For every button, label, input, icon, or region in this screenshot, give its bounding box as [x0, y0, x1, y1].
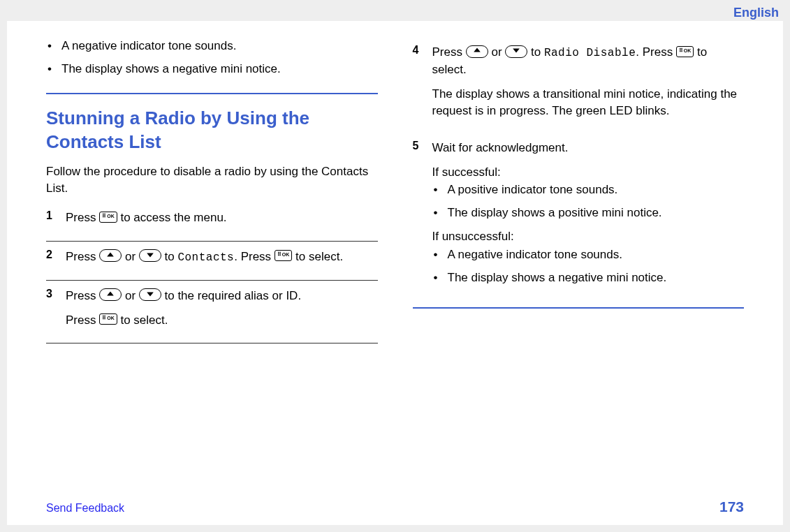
ok-button-icon: OK — [676, 46, 694, 57]
language-header: English — [733, 6, 779, 20]
step-divider — [46, 241, 378, 242]
up-arrow-icon — [466, 45, 488, 58]
section-heading: Stunning a Radio by Using the Contacts L… — [46, 107, 378, 154]
step-body: Wait for acknowledgment. If successful: … — [432, 140, 745, 293]
step-divider — [46, 343, 378, 343]
ok-button-icon: OK — [99, 212, 117, 223]
ok-button-icon: OK — [99, 313, 117, 325]
text: to — [531, 45, 544, 59]
step-2: 2 Press or to Contacts. Press OK to sele… — [46, 249, 378, 273]
list-item: The display shows a negative mini notice… — [61, 61, 378, 77]
section-divider — [413, 307, 745, 309]
menu-name: Contacts — [177, 251, 234, 264]
left-column: A negative indicator tone sounds. The di… — [46, 38, 378, 511]
text: or — [125, 250, 139, 263]
text: Wait for acknowledgment. — [432, 140, 745, 157]
step-1: 1 Press OK to access the menu. — [46, 209, 378, 234]
step-body: Press or to Radio Disable. Press OK to s… — [432, 44, 745, 127]
step-3: 3 Press or to the required alias or ID. … — [46, 288, 378, 336]
top-bullets: A negative indicator tone sounds. The di… — [46, 38, 378, 77]
step-number: 3 — [46, 288, 66, 336]
up-arrow-icon — [99, 249, 122, 262]
right-column: 4 Press or to Radio Disable. Press OK to… — [413, 38, 745, 511]
text: Press — [66, 313, 99, 327]
text: Press — [66, 250, 99, 263]
step-body: Press OK to access the menu. — [66, 209, 378, 234]
section-divider — [46, 93, 378, 94]
text: Press — [432, 45, 466, 59]
text: to the required alias or ID. — [165, 289, 302, 302]
text: Press — [66, 211, 99, 224]
svg-marker-5 — [513, 49, 520, 53]
text: or — [491, 45, 505, 59]
step-number: 4 — [413, 44, 432, 127]
send-feedback-link[interactable]: Send Feedback — [46, 502, 124, 515]
text: If unsuccessful: — [432, 228, 745, 246]
step-number: 5 — [413, 140, 432, 293]
text: If successful: — [432, 164, 745, 182]
step-4: 4 Press or to Radio Disable. Press OK to… — [413, 44, 745, 127]
svg-marker-1 — [147, 253, 154, 257]
unsuccess-bullets: A negative indicator tone sounds. The di… — [432, 247, 745, 286]
text: . Press — [636, 45, 676, 59]
down-arrow-icon — [505, 45, 527, 58]
step-number: 1 — [46, 209, 66, 234]
svg-marker-3 — [147, 293, 154, 297]
step-body: Press or to the required alias or ID. Pr… — [66, 288, 378, 336]
intro-text: Follow the procedure to disable a radio … — [46, 163, 378, 197]
menu-name: Radio Disable — [544, 47, 636, 59]
text: to select. — [120, 313, 168, 327]
text: or — [125, 289, 139, 302]
svg-marker-4 — [474, 47, 481, 52]
list-item: The display shows a negative mini notice… — [448, 270, 745, 286]
list-item: A positive indicator tone sounds. — [448, 182, 745, 198]
page-footer: Send Feedback 173 — [46, 498, 744, 515]
step-5: 5 Wait for acknowledgment. If successful… — [413, 140, 745, 293]
ok-button-icon: OK — [275, 250, 293, 261]
text: Press — [66, 289, 99, 302]
success-bullets: A positive indicator tone sounds. The di… — [432, 182, 745, 221]
down-arrow-icon — [139, 249, 161, 262]
document-page: A negative indicator tone sounds. The di… — [7, 21, 783, 525]
text: The display shows a transitional mini no… — [432, 86, 745, 120]
list-item: A negative indicator tone sounds. — [448, 247, 745, 263]
text: . Press — [234, 250, 275, 263]
step-divider — [46, 280, 378, 281]
list-item: A negative indicator tone sounds. — [61, 38, 378, 54]
up-arrow-icon — [99, 288, 122, 301]
text: to access the menu. — [120, 211, 226, 224]
text: to — [165, 250, 178, 263]
down-arrow-icon — [139, 288, 161, 301]
step-body: Press or to Contacts. Press OK to select… — [66, 249, 378, 273]
list-item: The display shows a positive mini notice… — [448, 205, 745, 221]
svg-marker-2 — [107, 291, 114, 295]
step-number: 2 — [46, 249, 66, 273]
text: to select. — [295, 250, 343, 263]
page-number: 173 — [719, 498, 744, 515]
svg-marker-0 — [107, 252, 114, 256]
